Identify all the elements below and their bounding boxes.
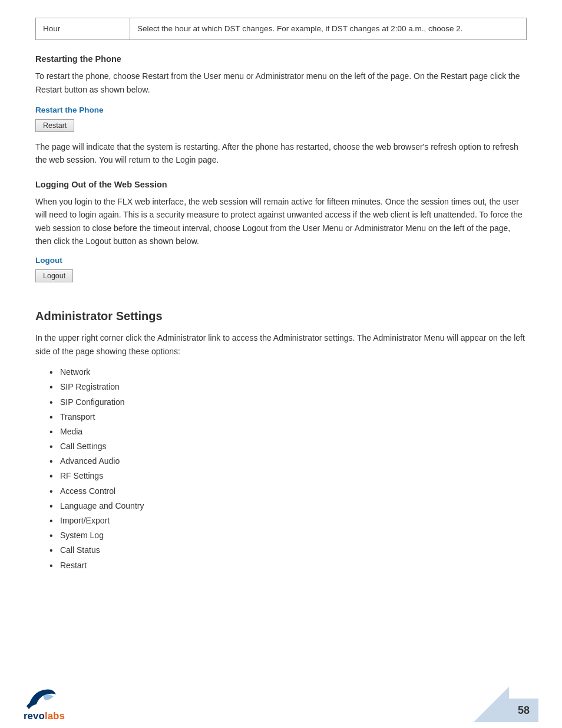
footer: revolabs 58 [0,681,562,728]
list-item: RF Settings [49,469,527,483]
list-item: Transport [49,410,527,424]
logging-out-para: When you login to the FLX web interface,… [35,195,527,248]
list-item: Language and Country [49,499,527,513]
list-item: Import/Export [49,513,527,528]
list-item: Network [49,365,527,380]
list-item: System Log [49,528,527,543]
page-number-area: 58 [474,687,538,722]
table-cell-description: Select the hour at which DST changes. Fo… [130,18,527,40]
table-cell-label: Hour [36,18,130,40]
dst-table: Hour Select the hour at which DST change… [35,18,527,40]
logo-labs-text: labs [45,710,65,722]
page-number-wrapper: 58 [474,687,538,722]
restarting-heading: Restarting the Phone [35,54,527,64]
table-row: Hour Select the hour at which DST change… [36,18,527,40]
admin-menu-list: NetworkSIP RegistrationSIP Configuration… [49,365,527,573]
logo-revo-text: revo [24,710,45,722]
list-item: SIP Configuration [49,395,527,410]
logging-out-heading: Logging Out of the Web Session [35,180,527,189]
restart-link-heading[interactable]: Restart the Phone [35,106,527,114]
page-number-box: 58 [509,699,538,722]
logout-link-heading[interactable]: Logout [35,256,527,265]
revolabs-logo-text: revolabs [24,710,65,722]
list-item: SIP Registration [49,380,527,394]
list-item: Restart [49,558,527,573]
restarting-para1: To restart the phone, choose Restart fro… [35,70,527,96]
list-item: Access Control [49,484,527,499]
admin-settings-para: In the upper right corner click the Admi… [35,331,527,358]
list-item: Advanced Audio [49,454,527,469]
revolabs-logo-icon [24,686,59,709]
list-item: Call Status [49,543,527,558]
page-number-triangle [474,687,509,722]
logout-button[interactable]: Logout [35,269,73,282]
revolabs-logo: revolabs [24,686,65,722]
admin-settings-heading: Administrator Settings [35,309,527,323]
list-item: Call Settings [49,439,527,454]
list-item: Media [49,424,527,439]
restart-button[interactable]: Restart [35,119,74,132]
restarting-para2: The page will indicate that the system i… [35,140,527,167]
